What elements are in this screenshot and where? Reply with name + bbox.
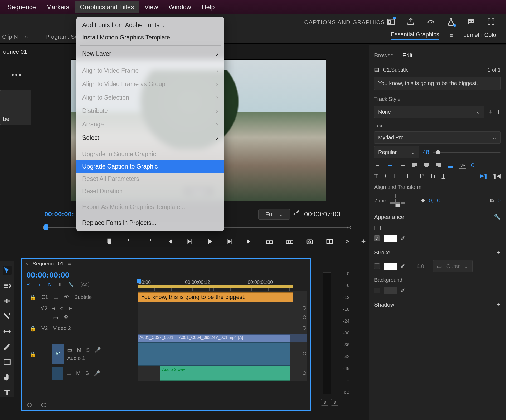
sequence-name-truncated[interactable]: uence 01	[0, 44, 34, 60]
audio-clip-a2[interactable]: Audio 2.wav	[160, 366, 290, 381]
export-frame-icon[interactable]	[306, 238, 314, 245]
lock-icon[interactable]: 🔒	[30, 325, 36, 332]
track-output-icon[interactable]: ▭	[53, 294, 59, 300]
eg-tab-browse[interactable]: Browse	[374, 52, 393, 61]
pos-y[interactable]: 0	[437, 197, 440, 204]
time-ruler[interactable]: :00:00 00:00:00:12 00:00:01:00	[138, 280, 307, 291]
track-output-icon[interactable]: ▭	[67, 347, 72, 353]
caption-clip[interactable]: You know, this is going to be the bigges…	[138, 292, 293, 302]
snap-icon[interactable]: ✱	[26, 282, 30, 287]
selection-tool-icon[interactable]	[3, 266, 12, 275]
source-tab[interactable]: Clip N	[2, 33, 18, 40]
push-down-icon[interactable]: ⬇	[488, 109, 493, 115]
marker-icon[interactable]	[105, 238, 113, 245]
comparison-icon[interactable]	[326, 238, 334, 245]
eyedropper-icon[interactable]: ✐	[401, 263, 405, 269]
step-back-icon[interactable]	[186, 238, 193, 245]
kf-prev-icon[interactable]: ◂	[52, 305, 55, 311]
menu-view[interactable]: View	[139, 1, 163, 13]
appearance-settings-icon[interactable]: 🔧	[494, 214, 501, 220]
overflow-chevron-icon[interactable]: »	[21, 33, 32, 40]
track-keyframe-end[interactable]	[303, 326, 306, 330]
rtl-icon[interactable]: ¶◀	[493, 172, 501, 179]
fill-color-swatch[interactable]	[384, 235, 397, 242]
scale-val[interactable]: 0	[498, 197, 501, 204]
mi-install-mg[interactable]: Install Motion Graphics Template...	[76, 31, 224, 44]
allcaps-icon[interactable]: TT	[393, 172, 400, 179]
workspace-name[interactable]: CAPTIONS AND GRAPHICS	[304, 19, 385, 26]
ripple-tool-icon[interactable]	[3, 297, 12, 305]
workspaces-icon[interactable]	[386, 17, 395, 26]
background-color-swatch[interactable]	[384, 287, 397, 294]
font-size-slider[interactable]	[433, 152, 501, 153]
kf-next-icon[interactable]: ▸	[69, 305, 72, 311]
menu-sequence[interactable]: Sequence	[2, 1, 41, 13]
menu-help[interactable]: Help	[196, 1, 220, 13]
align-right-icon[interactable]	[398, 162, 406, 169]
font-weight-select[interactable]: Regular⌄	[374, 146, 419, 158]
eye-icon[interactable]: 👁	[64, 294, 69, 300]
superscript-icon[interactable]: T¹	[419, 172, 424, 179]
scale-icon[interactable]: ⧉	[490, 198, 494, 204]
timeline-zoom-scroll[interactable]	[25, 403, 307, 408]
tab-lumetri-color[interactable]: Lumetri Color	[463, 32, 498, 40]
more-icon[interactable]: •••	[0, 60, 34, 79]
video-clip-b[interactable]: A001_C064_09224Y_001.mp4 [A]	[177, 334, 290, 342]
extract-icon[interactable]	[286, 238, 294, 245]
track-keyframe-end[interactable]	[303, 306, 306, 310]
chat-icon[interactable]	[466, 17, 475, 26]
mi-replace-fonts[interactable]: Replace Fonts in Projects...	[76, 217, 224, 229]
type-tool-icon[interactable]	[3, 388, 12, 397]
hand-tool-icon[interactable]	[3, 373, 12, 382]
track-id[interactable]: V2	[41, 325, 48, 331]
mute-btn[interactable]: M	[77, 347, 81, 353]
eye-icon[interactable]: 👁	[64, 314, 69, 320]
program-tc-current[interactable]: 00:00:00:	[44, 210, 74, 218]
track-output-icon[interactable]: ▭	[66, 370, 71, 377]
transport-overflow-icon[interactable]: »	[346, 238, 349, 245]
track-keyframe-end[interactable]	[303, 315, 306, 319]
beaker-icon[interactable]	[446, 17, 455, 26]
track-id[interactable]: A1	[52, 344, 64, 364]
timeline-tc[interactable]: 00:00:00:00	[22, 269, 310, 281]
stroke-checkbox[interactable]	[374, 263, 380, 269]
bin-thumbnail[interactable]: be	[0, 90, 31, 125]
position-icon[interactable]: ✥	[421, 197, 425, 204]
kerning-icon[interactable]: VA	[459, 162, 466, 169]
mi-add-fonts[interactable]: Add Fonts from Adobe Fonts...	[76, 19, 224, 31]
ltr-icon[interactable]: ▶¶	[480, 172, 487, 179]
track-id[interactable]: V3	[41, 305, 47, 311]
export-icon[interactable]	[406, 17, 415, 26]
eg-tab-edit[interactable]: Edit	[402, 52, 412, 61]
justify-right-icon[interactable]	[435, 162, 442, 169]
mute-btn[interactable]: M	[76, 370, 81, 376]
pen-tool-icon[interactable]	[3, 342, 12, 351]
track-id[interactable]	[52, 367, 63, 380]
track-keyframe-end[interactable]	[303, 352, 306, 355]
playhead-handle[interactable]	[44, 224, 48, 230]
cc-icon[interactable]: CC	[81, 282, 89, 287]
stroke-width[interactable]: 4.0	[417, 263, 424, 269]
mi-select[interactable]: Select	[76, 131, 224, 145]
marker-tl-icon[interactable]: ▮	[59, 282, 61, 287]
settings-wrench-icon[interactable]	[293, 209, 300, 218]
meter-solo-r[interactable]: S	[331, 399, 338, 406]
italic-icon[interactable]: T	[383, 172, 387, 179]
meter-bars[interactable]	[323, 272, 331, 394]
gauge-icon[interactable]	[426, 17, 435, 26]
menu-graphics-titles[interactable]: Graphics and Titles	[75, 1, 139, 13]
zone-grid[interactable]	[390, 194, 405, 207]
video-clip-a[interactable]: A001_C037_0921	[138, 334, 177, 342]
track-output-icon[interactable]: ▭	[53, 314, 58, 321]
align-center-icon[interactable]	[386, 162, 394, 169]
program-zoom-select[interactable]: Full⌄	[258, 209, 290, 220]
kerning-value[interactable]: 0	[471, 162, 474, 169]
stroke-color-swatch[interactable]	[384, 263, 397, 270]
mic-icon[interactable]: 🎤	[94, 370, 100, 377]
bold-icon[interactable]: T	[374, 172, 378, 179]
justify-center-icon[interactable]	[423, 162, 430, 169]
eyedropper-icon[interactable]: ✐	[401, 235, 405, 241]
menu-window[interactable]: Window	[163, 1, 196, 13]
track-style-select[interactable]: None⌄	[374, 106, 484, 118]
track-select-tool-icon[interactable]	[3, 281, 12, 290]
